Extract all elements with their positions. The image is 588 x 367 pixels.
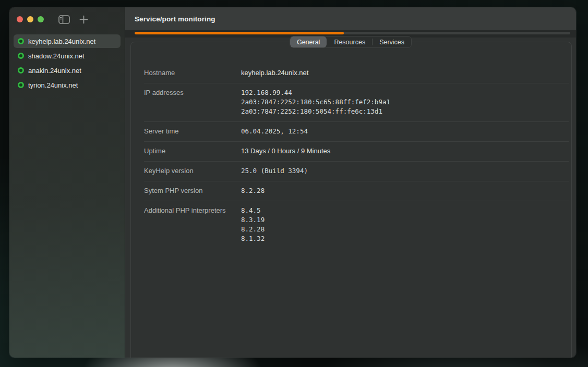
details-table: Hostname keyhelp.lab.24unix.net IP addre… xyxy=(144,64,569,249)
tab-services[interactable]: Services xyxy=(373,36,411,47)
server-name-label: shadow.24unix.net xyxy=(28,52,85,60)
tab-resources[interactable]: Resources xyxy=(327,36,372,47)
detail-value-line: 8.2.28 xyxy=(241,186,569,195)
minimize-window-button[interactable] xyxy=(27,16,33,22)
progress-bar xyxy=(135,32,570,34)
detail-value-line: 2a03:7847:2252:180:5054:ff:fe6c:13d1 xyxy=(241,107,569,116)
detail-value-line: 8.2.28 xyxy=(241,225,569,234)
status-online-icon xyxy=(18,53,24,59)
detail-row: Hostname keyhelp.lab.24unix.net xyxy=(144,64,569,83)
app-window: keyhelp.lab.24unix.net shadow.24unix.net… xyxy=(9,7,576,358)
detail-value-line: 8.3.19 xyxy=(241,215,569,225)
detail-label: Server time xyxy=(144,127,241,136)
detail-value: 25.0 (Build 3394) xyxy=(241,166,569,176)
sidebar: keyhelp.lab.24unix.net shadow.24unix.net… xyxy=(9,7,125,358)
desktop: { "window": { "title": "Service/port mon… xyxy=(0,0,588,367)
detail-label: KeyHelp version xyxy=(144,166,241,176)
add-server-icon[interactable] xyxy=(79,15,88,24)
detail-row: Server time 06.04.2025, 12:54 xyxy=(144,121,569,141)
status-online-icon xyxy=(18,67,24,74)
toolbar-icons xyxy=(58,15,88,24)
status-online-icon xyxy=(18,82,24,88)
detail-row: Sytem PHP version 8.2.28 xyxy=(144,181,569,201)
detail-value-line: 25.0 (Build 3394) xyxy=(241,166,569,176)
detail-label: Sytem PHP version xyxy=(144,186,241,195)
sidebar-toolbar xyxy=(9,7,125,31)
sidebar-server-item-2[interactable]: anakin.24unix.net xyxy=(14,64,121,77)
progress-fill xyxy=(135,32,344,34)
detail-value: keyhelp.lab.24unix.net xyxy=(241,68,569,78)
main-panel: Service/port monitoring General Resource… xyxy=(125,7,576,358)
detail-value: 13 Days / 0 Hours / 9 Minutes xyxy=(241,146,569,156)
detail-row: Uptime 13 Days / 0 Hours / 9 Minutes xyxy=(144,141,569,161)
detail-value-line: 192.168.99.44 xyxy=(241,88,569,97)
detail-value-line: 8.4.5 xyxy=(241,206,569,215)
detail-value: 8.2.28 xyxy=(241,186,569,195)
sidebar-toggle-icon[interactable] xyxy=(58,15,70,24)
sidebar-server-item-1[interactable]: shadow.24unix.net xyxy=(14,49,121,63)
detail-value-line: 06.04.2025, 12:54 xyxy=(241,127,569,136)
tab-group: General Resources Services xyxy=(290,36,412,48)
page-title: Service/port monitoring xyxy=(135,15,215,23)
detail-value-line: 2a03:7847:2252:180:5c65:88ff:fef2:b9a1 xyxy=(241,97,569,107)
tab-general[interactable]: General xyxy=(290,36,327,47)
detail-label: IP addresses xyxy=(144,88,241,116)
server-name-label: keyhelp.lab.24unix.net xyxy=(28,38,95,45)
zoom-window-button[interactable] xyxy=(38,16,44,22)
detail-value-line: 8.1.32 xyxy=(241,234,569,243)
detail-value: 192.168.99.442a03:7847:2252:180:5c65:88f… xyxy=(241,88,569,116)
detail-label: Hostname xyxy=(144,68,241,78)
detail-row: Additional PHP interpreters 8.4.58.3.198… xyxy=(144,201,569,249)
detail-value-line: 13 Days / 0 Hours / 9 Minutes xyxy=(241,146,569,156)
server-name-label: anakin.24unix.net xyxy=(28,67,81,75)
detail-label: Additional PHP interpreters xyxy=(144,206,241,243)
titlebar: Service/port monitoring xyxy=(125,7,576,30)
sidebar-server-item-3[interactable]: tyrion.24unix.net xyxy=(14,78,121,92)
detail-row: KeyHelp version 25.0 (Build 3394) xyxy=(144,161,569,181)
close-window-button[interactable] xyxy=(17,16,23,22)
content-area: General Resources Services Hostname keyh… xyxy=(125,38,576,358)
detail-row: IP addresses 192.168.99.442a03:7847:2252… xyxy=(144,83,569,121)
status-online-icon xyxy=(18,38,24,44)
detail-value: 8.4.58.3.198.2.288.1.32 xyxy=(241,206,569,243)
server-name-label: tyrion.24unix.net xyxy=(28,81,78,89)
detail-label: Uptime xyxy=(144,146,241,156)
server-list: keyhelp.lab.24unix.net shadow.24unix.net… xyxy=(9,31,125,95)
tab-bar: General Resources Services xyxy=(125,36,576,48)
detail-value: 06.04.2025, 12:54 xyxy=(241,127,569,136)
detail-value-line: keyhelp.lab.24unix.net xyxy=(241,68,569,78)
sidebar-server-item-0[interactable]: keyhelp.lab.24unix.net xyxy=(14,34,121,48)
